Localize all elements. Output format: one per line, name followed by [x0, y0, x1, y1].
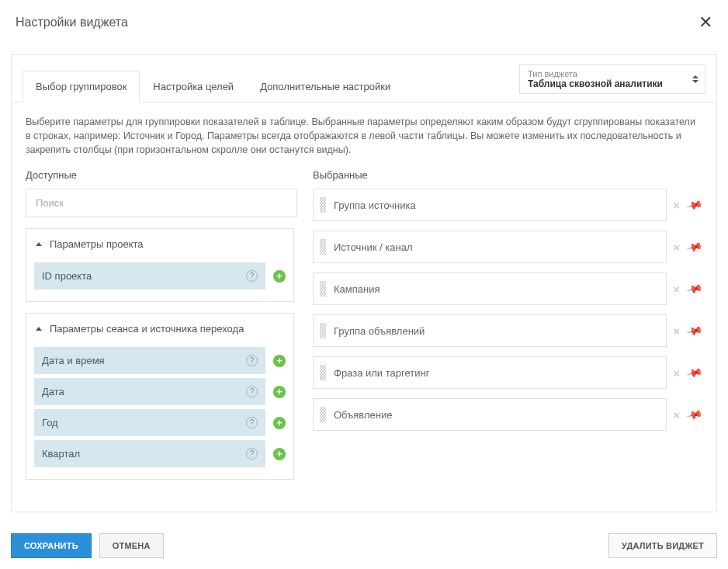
- modal-title: Настройки виджета: [16, 16, 128, 29]
- accordion-title: Параметры проекта: [50, 238, 144, 250]
- help-icon[interactable]: ?: [246, 355, 258, 366]
- available-item-label: Дата и время: [42, 355, 105, 366]
- add-button[interactable]: +: [273, 355, 286, 367]
- selected-item-label: Группа объявлений: [334, 325, 425, 337]
- selected-chip[interactable]: Объявление: [313, 398, 667, 431]
- add-button[interactable]: +: [273, 270, 286, 283]
- tab-goals[interactable]: Настройка целей: [140, 71, 247, 102]
- pin-button[interactable]: 📌: [685, 280, 702, 297]
- available-chip[interactable]: Год ?: [34, 409, 265, 436]
- accordion-header[interactable]: Параметры проекта: [26, 229, 293, 259]
- selected-actions: × 📌: [673, 408, 702, 422]
- selected-chip[interactable]: Кампания: [313, 272, 667, 305]
- selected-chip[interactable]: Фраза или таргетинг: [313, 356, 667, 389]
- available-chip[interactable]: ID проекта ?: [34, 262, 265, 290]
- cancel-button[interactable]: Отмена: [99, 533, 164, 558]
- description-text: Выберите параметры для группировки показ…: [26, 115, 702, 157]
- drag-handle-icon[interactable]: [320, 323, 326, 338]
- available-chip[interactable]: Дата ?: [34, 378, 265, 405]
- selected-item-label: Кампания: [334, 283, 380, 295]
- widget-type-select[interactable]: Тип виджета Таблица сквозной аналитики: [519, 64, 705, 94]
- pin-button[interactable]: 📌: [685, 364, 702, 381]
- selected-title: Выбранные: [313, 169, 702, 181]
- selected-chip[interactable]: Источник / канал: [313, 231, 667, 263]
- available-item: Дата и время ? +: [34, 347, 286, 374]
- selected-item-label: Фраза или таргетинг: [334, 367, 429, 379]
- tab-groupings[interactable]: Выбор группировок: [23, 71, 140, 102]
- remove-button[interactable]: ×: [673, 199, 680, 212]
- search-input[interactable]: [26, 189, 297, 217]
- selected-item-label: Объявление: [334, 409, 392, 421]
- drag-handle-icon[interactable]: [320, 407, 326, 422]
- available-item: Квартал ? +: [34, 440, 286, 467]
- remove-button[interactable]: ×: [673, 324, 680, 338]
- content-box: Выбор группировок Настройка целей Дополн…: [11, 54, 717, 512]
- delete-widget-button[interactable]: Удалить виджет: [608, 533, 717, 558]
- help-icon[interactable]: ?: [246, 448, 258, 460]
- accordion-body: Дата и время ? + Дата ? +: [26, 344, 293, 479]
- tabs: Выбор группировок Настройка целей Дополн…: [23, 71, 404, 102]
- available-column: Доступные Параметры проекта ID проекта: [26, 169, 297, 512]
- accordion-group-project: Параметры проекта ID проекта ? +: [26, 228, 294, 302]
- available-scroll[interactable]: Параметры проекта ID проекта ? +: [26, 228, 297, 512]
- selected-item: Фраза или таргетинг × 📌: [313, 356, 702, 389]
- close-button[interactable]: ✕: [699, 14, 712, 31]
- available-item-label: Год: [42, 417, 58, 428]
- drag-handle-icon[interactable]: [320, 281, 326, 297]
- widget-type-value: Таблица сквозной аналитики: [528, 78, 683, 89]
- available-item: Дата ? +: [34, 378, 286, 405]
- selected-actions: × 📌: [673, 241, 702, 254]
- pin-button[interactable]: 📌: [685, 406, 702, 423]
- pin-button[interactable]: 📌: [685, 322, 702, 339]
- tab-additional[interactable]: Дополнительные настройки: [247, 71, 404, 102]
- available-chip[interactable]: Квартал ?: [34, 440, 265, 467]
- selected-item: Объявление × 📌: [313, 398, 702, 431]
- add-button[interactable]: +: [273, 448, 286, 460]
- selected-item-label: Группа источника: [334, 199, 416, 211]
- accordion-group-session: Параметры сеанса и источника перехода Да…: [26, 313, 294, 480]
- available-chip[interactable]: Дата и время ?: [34, 347, 265, 374]
- modal-header: Настройки виджета ✕: [0, 0, 728, 47]
- available-item: ID проекта ? +: [34, 262, 286, 290]
- pin-button[interactable]: 📌: [685, 238, 702, 255]
- available-item-label: ID проекта: [42, 270, 92, 282]
- drag-handle-icon[interactable]: [320, 365, 326, 380]
- remove-button[interactable]: ×: [673, 408, 680, 422]
- accordion-header[interactable]: Параметры сеанса и источника перехода: [26, 314, 293, 344]
- add-button[interactable]: +: [273, 386, 286, 398]
- selected-chip[interactable]: Группа источника: [313, 189, 667, 221]
- help-icon[interactable]: ?: [246, 386, 258, 397]
- modal-footer: Сохранить Отмена Удалить виджет: [0, 522, 728, 569]
- remove-button[interactable]: ×: [673, 283, 680, 296]
- help-icon[interactable]: ?: [246, 417, 258, 428]
- selected-item: Группа источника × 📌: [313, 189, 702, 221]
- accordion-title: Параметры сеанса и источника перехода: [50, 323, 244, 335]
- tab-body: Выберите параметры для группировки показ…: [12, 102, 716, 512]
- selected-column: Выбранные Группа источника × 📌 Источник …: [313, 169, 702, 512]
- save-button[interactable]: Сохранить: [11, 533, 92, 558]
- selected-item: Группа объявлений × 📌: [313, 314, 702, 347]
- selected-actions: × 📌: [673, 199, 702, 212]
- top-row: Выбор группировок Настройка целей Дополн…: [12, 55, 716, 102]
- sort-icon: [692, 75, 699, 83]
- add-button[interactable]: +: [273, 417, 286, 429]
- available-title: Доступные: [26, 169, 297, 181]
- accordion-body: ID проекта ? +: [26, 259, 293, 301]
- selected-item: Кампания × 📌: [313, 272, 702, 305]
- widget-type-label: Тип виджета: [528, 69, 683, 78]
- drag-handle-icon[interactable]: [320, 197, 326, 213]
- selected-item: Источник / канал × 📌: [313, 231, 702, 263]
- selected-actions: × 📌: [673, 324, 702, 338]
- available-item-label: Дата: [42, 386, 64, 397]
- selected-actions: × 📌: [673, 283, 702, 296]
- selected-item-label: Источник / канал: [334, 241, 413, 253]
- remove-button[interactable]: ×: [673, 366, 680, 380]
- drag-handle-icon[interactable]: [320, 239, 326, 255]
- pin-button[interactable]: 📌: [685, 196, 702, 213]
- selected-chip[interactable]: Группа объявлений: [313, 314, 667, 347]
- remove-button[interactable]: ×: [673, 241, 680, 254]
- help-icon[interactable]: ?: [246, 270, 258, 282]
- available-item-label: Квартал: [42, 448, 80, 460]
- caret-up-icon: [36, 327, 42, 331]
- caret-up-icon: [36, 242, 42, 246]
